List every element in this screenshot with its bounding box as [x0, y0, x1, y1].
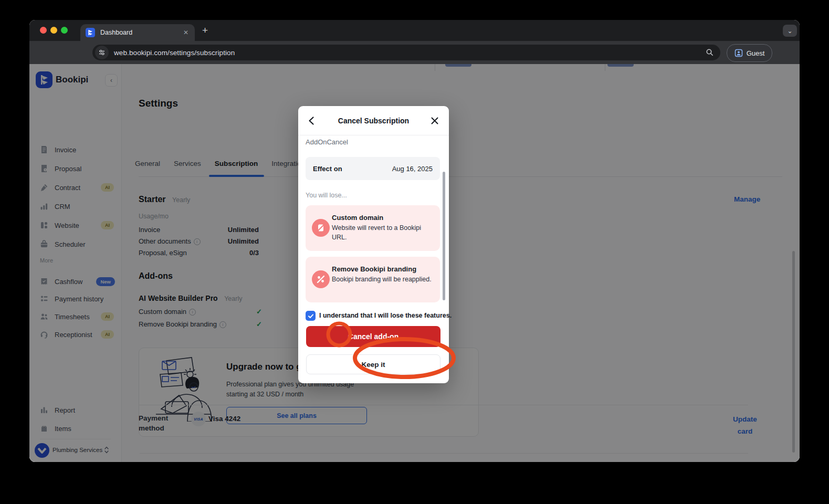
site-settings-icon[interactable] — [95, 46, 109, 59]
checkmark-icon — [308, 313, 314, 319]
percent-slash-icon — [312, 270, 330, 288]
close-icon[interactable] — [431, 117, 439, 125]
new-tab-icon[interactable]: + — [202, 25, 208, 36]
cancel-addon-button[interactable]: Cancel add-on — [306, 326, 440, 347]
lose-item-remove-branding: Remove Bookipi branding Bookipi branding… — [306, 257, 440, 302]
lose-item-title: Remove Bookipi branding — [332, 265, 416, 273]
lose-item-title: Custom domain — [332, 214, 383, 222]
lose-heading: You will lose... — [306, 192, 347, 199]
browser-tab-dashboard[interactable]: Dashboard ✕ — [80, 24, 195, 41]
tab-search-chevron-icon[interactable]: ⌄ — [783, 25, 797, 37]
search-icon[interactable] — [706, 48, 714, 57]
mac-zoom-button[interactable] — [61, 27, 68, 34]
browser-toolbar: web.bookipi.com/settings/subscription Gu… — [29, 41, 800, 64]
keep-it-button[interactable]: Keep it — [306, 354, 440, 374]
mac-minimize-button[interactable] — [50, 27, 57, 34]
lose-item-desc: Website will revert to a Bookipi URL. — [332, 223, 434, 242]
bookipi-favicon — [86, 28, 95, 37]
modal-title: Cancel Subscription — [298, 117, 449, 125]
domain-slash-icon — [312, 219, 330, 237]
screenshot-stage: Dashboard ✕ + ⌄ — [0, 0, 829, 504]
lose-item-desc: Bookipi branding will be reapplied. — [332, 275, 434, 284]
cancel-subscription-modal: Cancel Subscription AddOnCancel Effect o… — [298, 106, 449, 383]
confirm-checkbox-label[interactable]: I understand that I will lose these feat… — [319, 312, 452, 319]
tab-title: Dashboard — [100, 29, 132, 36]
profile-label: Guest — [747, 49, 765, 57]
modal-section-label: AddOnCancel — [306, 138, 348, 146]
effect-label: Effect on — [313, 165, 342, 173]
effect-date: Aug 16, 2025 — [392, 165, 433, 173]
modal-scrollbar[interactable] — [443, 172, 445, 300]
mac-close-button[interactable] — [40, 27, 47, 34]
url-text[interactable]: web.bookipi.com/settings/subscription — [114, 49, 235, 57]
browser-tabstrip: Dashboard ✕ + ⌄ — [29, 20, 800, 41]
profile-button[interactable]: Guest — [727, 44, 772, 62]
profile-icon — [734, 49, 743, 57]
modal-header-divider — [298, 135, 449, 135]
confirm-checkbox[interactable] — [306, 311, 316, 321]
lose-item-custom-domain: Custom domain Website will revert to a B… — [306, 205, 440, 251]
url-bar[interactable]: web.bookipi.com/settings/subscription — [92, 45, 720, 60]
tab-close-icon[interactable]: ✕ — [183, 29, 188, 36]
effect-date-card: Effect on Aug 16, 2025 — [306, 157, 440, 180]
